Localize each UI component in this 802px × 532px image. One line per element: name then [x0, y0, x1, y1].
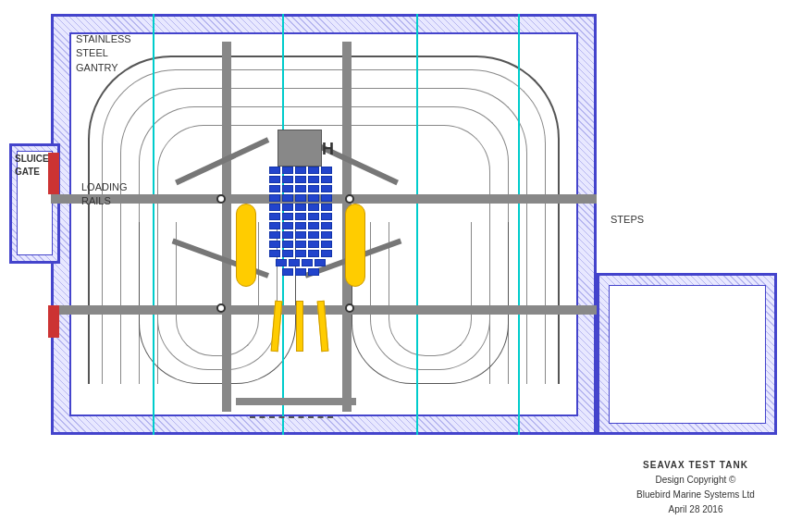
sluice-gate-label: SLUICEGATE	[15, 153, 49, 179]
copyright-line2: Design Copyright ©	[606, 473, 785, 488]
panel-cell	[308, 204, 319, 211]
copyright-line3: Bluebird Marine Systems Ltd	[606, 488, 785, 502]
vertical-rail-1	[222, 42, 231, 412]
rails-label: RAILS	[81, 194, 111, 208]
panel-cell	[295, 194, 306, 202]
panel-cell	[321, 176, 332, 183]
panel-row	[254, 213, 347, 220]
panel-cell	[302, 259, 313, 266]
panel-cell	[321, 194, 332, 202]
copyright-box: SEAVAX TEST TANK Design Copyright © Blue…	[598, 452, 793, 523]
panel-cell	[269, 222, 280, 229]
panel-row	[254, 194, 347, 202]
robot-head-symbol: H	[311, 140, 345, 158]
rail-circle-4	[345, 303, 354, 313]
panel-cell	[295, 167, 306, 174]
panel-row	[254, 222, 347, 229]
sluice-panel-1	[48, 153, 59, 194]
panel-cell	[295, 250, 306, 257]
panel-row	[254, 204, 347, 211]
panel-row	[254, 167, 347, 174]
panel-row	[254, 231, 347, 239]
gantry-label: STAINLESSSTEELGANTRY	[76, 32, 131, 75]
robot-head-box: H	[278, 130, 322, 167]
panel-cell	[276, 259, 287, 266]
rail-circle-3	[216, 303, 226, 313]
panel-cell	[308, 167, 319, 174]
panel-cell	[321, 167, 332, 174]
panel-cell	[295, 231, 306, 239]
strut-left	[271, 301, 283, 352]
drawing-canvas: H	[0, 0, 802, 532]
panel-cell	[308, 185, 319, 192]
grid-line-cyan-1	[153, 14, 154, 435]
panel-cell	[282, 194, 293, 202]
panel-cell	[269, 213, 280, 220]
panel-cell	[282, 268, 293, 276]
dashed-reference-line	[250, 416, 333, 418]
bottom-crossbar	[236, 398, 356, 405]
panel-cell	[282, 167, 293, 174]
panel-row	[254, 185, 347, 192]
panel-cell	[308, 241, 319, 248]
panel-cell	[269, 231, 280, 239]
panel-row	[254, 176, 347, 183]
panel-row	[254, 259, 347, 266]
panel-cell	[282, 204, 293, 211]
panel-cell	[315, 259, 326, 266]
panel-cell	[295, 213, 306, 220]
panel-cell	[308, 176, 319, 183]
panel-cell	[269, 194, 280, 202]
panel-cell	[269, 204, 280, 211]
panel-cell	[269, 250, 280, 257]
steps-inner	[609, 285, 766, 424]
copyright-line1: SEAVAX TEST TANK	[606, 458, 785, 473]
panel-cell	[282, 213, 293, 220]
panel-row	[254, 268, 347, 276]
panel-cell	[308, 213, 319, 220]
panel-cell	[282, 185, 293, 192]
panel-row	[254, 250, 347, 257]
panel-row	[254, 241, 347, 248]
panel-cell	[321, 241, 332, 248]
bottom-struts	[273, 301, 327, 356]
panel-cell	[269, 185, 280, 192]
panel-cell	[295, 176, 306, 183]
panel-cell	[282, 222, 293, 229]
rail-circle-2	[345, 194, 354, 204]
panel-cell	[282, 250, 293, 257]
panel-cell	[308, 222, 319, 229]
grid-line-cyan-3	[416, 14, 418, 435]
panel-cell	[269, 241, 280, 248]
rail-circle-1	[216, 194, 226, 204]
panel-cell	[295, 222, 306, 229]
panel-cell	[308, 231, 319, 239]
panel-cell	[321, 231, 332, 239]
panel-cell	[308, 250, 319, 257]
panel-cell	[295, 185, 306, 192]
pontoon-left	[236, 204, 256, 287]
panel-cell	[295, 241, 306, 248]
panel-cell	[295, 268, 306, 276]
panel-cell	[269, 167, 280, 174]
panel-cell	[321, 222, 332, 229]
sluice-panel-2	[48, 305, 59, 338]
solar-panel-array	[254, 167, 347, 287]
panel-cell	[321, 185, 332, 192]
panel-cell	[289, 259, 300, 266]
loading-label: LOADING	[81, 180, 128, 194]
panel-cell	[321, 250, 332, 257]
pontoon-right	[345, 204, 365, 287]
panel-cell	[308, 268, 319, 276]
panel-cell	[308, 194, 319, 202]
strut-center	[296, 301, 303, 352]
grid-line-cyan-4	[518, 14, 520, 435]
robot-vehicle: H	[250, 130, 352, 370]
panel-cell	[321, 204, 332, 211]
panel-cell	[295, 204, 306, 211]
copyright-line4: April 28 2016	[606, 502, 785, 517]
panel-cell	[282, 231, 293, 239]
panel-cell	[282, 176, 293, 183]
panel-cell	[269, 176, 280, 183]
strut-right	[317, 301, 329, 352]
